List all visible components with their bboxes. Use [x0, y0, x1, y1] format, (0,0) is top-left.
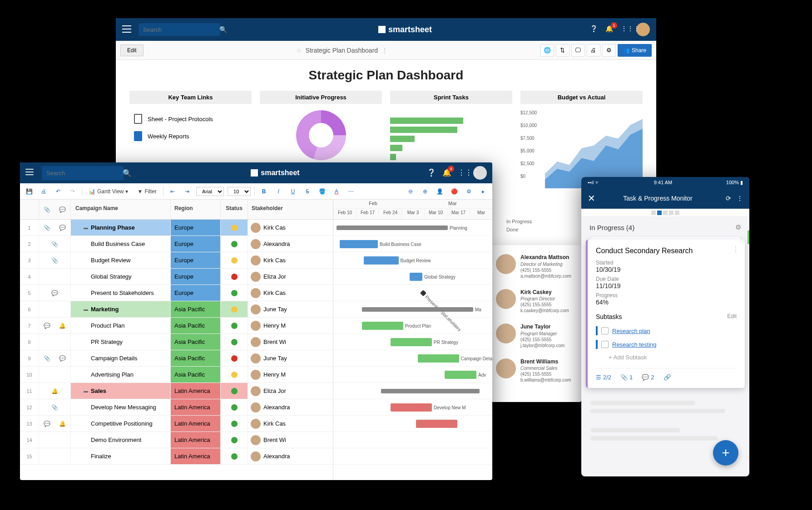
gantt-bar[interactable]: Adv	[445, 371, 476, 379]
cell-stakeholder[interactable]: Alexandra	[248, 399, 330, 415]
underline-icon[interactable]: U	[287, 186, 298, 197]
gear-icon[interactable]: ⚙	[463, 186, 474, 197]
gantt-row[interactable]	[333, 448, 492, 465]
cell-status[interactable]	[221, 301, 248, 317]
card-more-icon[interactable]: ⋮	[732, 245, 739, 254]
subtask-row[interactable]: Research plan	[596, 324, 737, 338]
cell-campaign-name[interactable]: ▬Planning Phase	[71, 220, 171, 235]
help-icon[interactable]: ❔	[427, 168, 436, 177]
filter-button[interactable]: ▼ Filter	[134, 187, 159, 196]
cell-stakeholder[interactable]: Eliza Jor	[248, 269, 330, 284]
edit-button[interactable]: Edit	[120, 44, 144, 56]
comment-column-icon[interactable]: 💬	[59, 206, 66, 213]
cell-region[interactable]: Asia Pacific	[171, 334, 221, 350]
person-row[interactable]: Alexandra MattsonDirector of Marketing(4…	[496, 254, 576, 279]
font-size-select[interactable]: 10	[228, 187, 251, 196]
chat-icon[interactable]: 💬	[59, 225, 66, 231]
cell-status[interactable]	[221, 285, 248, 301]
collapse-icon[interactable]: ▬	[84, 307, 88, 312]
cell-status[interactable]	[221, 236, 248, 252]
table-row[interactable]: 14Demo EnvironmentLatin AmericaBrent Wi	[20, 432, 333, 448]
clip-icon[interactable]: 📎	[51, 257, 58, 264]
cell-status[interactable]	[221, 252, 248, 268]
cell-region[interactable]: Latin America	[171, 448, 221, 464]
italic-icon[interactable]: I	[273, 186, 284, 197]
gantt-row[interactable]: Global Strategy	[333, 269, 492, 285]
table-row[interactable]: 4Global StrategyEuropeEliza Jor	[20, 269, 333, 285]
cell-campaign-name[interactable]: ▬Marketing	[71, 301, 171, 317]
column-campaign-name[interactable]: Campaign Name	[71, 200, 171, 219]
view-selector[interactable]: 📊 Gantt View ▾	[86, 187, 131, 196]
cell-campaign-name[interactable]: Demo Environment	[71, 432, 171, 448]
table-row[interactable]: 12📎Develop New MessagingLatin AmericaAle…	[20, 399, 333, 416]
cell-region[interactable]: Latin America	[171, 383, 221, 399]
apps-icon[interactable]: ⋮⋮⋮	[458, 168, 467, 177]
search-box[interactable]: 🔍	[139, 23, 220, 36]
table-row[interactable]: 2📎Build Business CaseEuropeAlexandra	[20, 236, 333, 252]
gantt-bar[interactable]: Build Business Case	[340, 240, 378, 248]
cell-status[interactable]	[221, 367, 248, 382]
search-input[interactable]	[46, 170, 123, 177]
gantt-bar[interactable]: Campaign Details	[418, 354, 459, 363]
cell-stakeholder[interactable]: Brent Wi	[248, 334, 330, 350]
redo-icon[interactable]: ↷	[67, 186, 78, 197]
gantt-bar[interactable]: Present to Stakeholders	[420, 290, 426, 296]
gantt-row[interactable]: Budget Review	[333, 252, 492, 269]
cell-region[interactable]: Europe	[171, 285, 221, 301]
bell-icon[interactable]: 🔔	[51, 388, 58, 394]
cell-stakeholder[interactable]: Brent Wi	[248, 432, 330, 448]
add-subtask-button[interactable]: + Add Subtask	[596, 351, 737, 361]
fill-color-icon[interactable]: 🪣	[317, 186, 327, 197]
checklist-count[interactable]: ☰2/2	[596, 374, 611, 381]
link-row[interactable]: Weekly Reports	[129, 128, 252, 145]
gantt-bar[interactable]	[416, 420, 457, 428]
gantt-bar[interactable]	[381, 389, 480, 393]
table-row[interactable]: 15FinalizeLatin AmericaAlexandra	[20, 448, 333, 465]
save-icon[interactable]: 💾	[24, 186, 35, 197]
checkbox[interactable]	[601, 341, 609, 348]
gantt-row[interactable]: Campaign Details	[333, 350, 492, 367]
person-row[interactable]: Kirk CaskeyProgram Director(425) 155-555…	[496, 289, 576, 314]
menu-icon[interactable]	[25, 169, 38, 177]
column-region[interactable]: Region	[171, 200, 221, 219]
toolbar-present-icon[interactable]: 🖵	[571, 44, 585, 57]
close-icon[interactable]: ✕	[588, 193, 595, 204]
clip-icon[interactable]: 📎	[51, 241, 58, 247]
cell-region[interactable]: Asia Pacific	[171, 301, 221, 317]
cell-stakeholder[interactable]: Alexandra	[248, 236, 330, 252]
collapse-icon[interactable]: ▬	[84, 388, 88, 393]
more-icon[interactable]: ⋮	[737, 195, 743, 202]
critical-path-icon[interactable]: 🔴	[449, 186, 460, 197]
strike-icon[interactable]: S̶	[302, 186, 313, 197]
gantt-bar[interactable]: PR Strategy	[391, 338, 432, 346]
table-row[interactable]: 8PR StrategyAsia PacificBrent Wi	[20, 334, 333, 350]
gantt-row[interactable]	[333, 416, 492, 432]
cell-region[interactable]: Latin America	[171, 416, 221, 432]
table-row[interactable]: 3📎Budget ReviewEuropeKirk Cas	[20, 252, 333, 269]
cell-stakeholder[interactable]: Henry M	[248, 318, 330, 333]
subtasks-edit-button[interactable]: Edit	[727, 313, 737, 320]
task-card[interactable]: ⋮ Conduct Secondary Research Started 10/…	[586, 240, 745, 388]
cell-stakeholder[interactable]: Kirk Cas	[248, 285, 330, 301]
apps-icon[interactable]: ⋮⋮⋮	[621, 25, 630, 34]
link-row[interactable]: Sheet - Project Protocols	[129, 110, 252, 128]
more-format-icon[interactable]: ⋯	[346, 186, 356, 197]
cell-region[interactable]: Europe	[171, 220, 221, 235]
cell-campaign-name[interactable]: Budget Review	[71, 252, 171, 268]
chat-icon[interactable]: 💬	[59, 355, 66, 362]
cell-status[interactable]	[221, 432, 248, 448]
cell-campaign-name[interactable]: Campaign Details	[71, 350, 171, 366]
search-input[interactable]	[143, 26, 219, 33]
toolbar-print-icon[interactable]: 🖨	[587, 44, 600, 57]
clip-icon[interactable]: 📎	[44, 225, 50, 231]
gantt-row[interactable]: Ma	[333, 301, 492, 318]
cell-campaign-name[interactable]: Finalize	[71, 448, 171, 464]
cell-campaign-name[interactable]: Product Plan	[71, 318, 171, 333]
collapse-icon[interactable]: ▬	[84, 225, 88, 230]
link-icon[interactable]: 🔗	[663, 374, 671, 381]
cell-stakeholder[interactable]: Kirk Cas	[248, 416, 330, 432]
toolbar-data-icon[interactable]: ⇅	[556, 44, 569, 57]
gantt-row[interactable]: Planning	[333, 220, 492, 236]
title-more-icon[interactable]: ⋮	[381, 47, 388, 54]
checkbox[interactable]	[601, 327, 609, 334]
